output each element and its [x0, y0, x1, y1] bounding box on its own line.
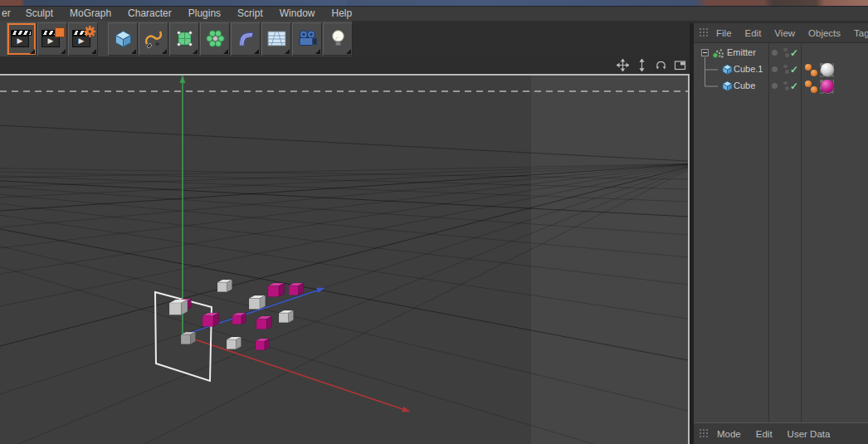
menu-sculpt[interactable]: Sculpt: [17, 7, 61, 21]
subdivision-surface-button[interactable]: [169, 22, 199, 56]
object-label[interactable]: Emitter: [727, 47, 756, 57]
viewport[interactable]: [0, 74, 690, 444]
edit-render-settings-button[interactable]: ▶: [68, 22, 98, 56]
phong-tag[interactable]: [811, 86, 817, 93]
light-button[interactable]: [323, 22, 353, 56]
light-icon: [328, 28, 349, 49]
am-menu-user-data[interactable]: User Data: [780, 423, 838, 444]
attribute-manager-bar: Mode Edit User Data: [694, 422, 868, 444]
enable-checkmark[interactable]: ✓: [790, 48, 798, 58]
menu-window[interactable]: Window: [271, 7, 324, 21]
floor-button[interactable]: [261, 22, 291, 56]
om-menu-edit[interactable]: Edit: [739, 23, 768, 43]
panel-grip-handle[interactable]: [699, 428, 710, 439]
render-view-icon: ▶: [11, 30, 32, 48]
phong-tag[interactable]: [805, 64, 812, 71]
om-menu-view[interactable]: View: [768, 23, 802, 43]
spline-pen-icon: [144, 28, 164, 49]
enable-checkmark[interactable]: ✓: [790, 81, 798, 91]
spline-pen-button[interactable]: [139, 22, 168, 56]
om-menu-file[interactable]: File: [710, 23, 739, 43]
floor-icon: [266, 28, 287, 49]
viewport-dolly-icon[interactable]: [634, 59, 649, 72]
render-visibility-dot-bottom[interactable]: [785, 86, 789, 90]
object-label[interactable]: Cube.1: [734, 64, 763, 74]
object-list[interactable]: Emitter ✓ Cube.1 ✓: [694, 43, 868, 422]
menu-help[interactable]: Help: [323, 7, 360, 21]
material-tag-magenta[interactable]: [820, 80, 834, 94]
column-divider: [768, 43, 769, 422]
viewport-orbit-icon[interactable]: [653, 59, 668, 72]
viewport-canvas[interactable]: [0, 76, 688, 444]
object-manager-menubar: File Edit View Objects Tags: [694, 23, 868, 43]
cinema4d-window: er Sculpt MoGraph Character Plugins Scri…: [0, 0, 868, 444]
render-to-picture-viewer-button[interactable]: ▶: [37, 22, 67, 56]
render-visibility-dot-bottom[interactable]: [785, 70, 789, 74]
render-tools-group: ▶ ▶ ▶: [7, 22, 99, 56]
collapse-toggle[interactable]: [701, 49, 709, 56]
om-menu-objects[interactable]: Objects: [802, 23, 847, 43]
am-menu-mode[interactable]: Mode: [710, 423, 749, 444]
array-button[interactable]: [200, 22, 230, 56]
camera-button[interactable]: [292, 22, 322, 56]
render-visibility-dot-bottom[interactable]: [785, 53, 789, 57]
phong-tag[interactable]: [811, 70, 817, 76]
viewport-titlebar: [0, 56, 690, 74]
menu-script[interactable]: Script: [229, 7, 271, 21]
viewport-toggle-layout-icon[interactable]: [672, 59, 687, 72]
emitter-icon: [712, 46, 724, 59]
editor-visibility-dot[interactable]: [772, 50, 778, 56]
main-menubar: er Sculpt MoGraph Character Plugins Scri…: [0, 7, 868, 21]
toolbar: ▶ ▶ ▶: [0, 21, 352, 56]
bend-deformer-button[interactable]: [231, 22, 261, 56]
object-row-cube1[interactable]: Cube.1 ✓: [694, 61, 868, 78]
render-settings-icon: ▶: [72, 30, 94, 48]
render-view-button[interactable]: ▶: [7, 22, 37, 56]
material-tag-white[interactable]: [820, 63, 834, 77]
render-visibility-dot-top[interactable]: [783, 65, 788, 69]
editor-visibility-dot[interactable]: [772, 83, 778, 89]
array-icon: [205, 28, 226, 49]
am-menu-edit[interactable]: Edit: [749, 423, 780, 444]
bend-deformer-icon: [236, 28, 256, 49]
column-divider: [801, 43, 802, 422]
phong-tag[interactable]: [805, 81, 812, 87]
window-edge-strip: [0, 0, 868, 7]
object-tools-group: [108, 22, 354, 56]
object-row-emitter[interactable]: Emitter ✓: [694, 45, 868, 61]
menu-mograph[interactable]: MoGraph: [61, 7, 119, 21]
menu-plugins[interactable]: Plugins: [180, 7, 229, 21]
camera-icon: [297, 28, 318, 49]
panel-grip-handle[interactable]: [699, 27, 710, 38]
cube-icon: [721, 80, 734, 92]
render-visibility-dot-top[interactable]: [783, 81, 788, 85]
render-visibility-dot-top[interactable]: [783, 48, 788, 52]
enable-checkmark[interactable]: ✓: [790, 65, 798, 75]
cube-primitive-icon: [113, 28, 134, 49]
menu-render-truncated[interactable]: er: [2, 7, 17, 21]
object-row-cube[interactable]: Cube ✓: [694, 78, 868, 95]
viewport-pan-icon[interactable]: [615, 59, 630, 72]
subdivision-surface-icon: [174, 28, 195, 49]
object-manager: File Edit View Objects Tags Emitt: [694, 23, 868, 444]
om-menu-tags[interactable]: Tags: [847, 23, 868, 43]
add-cube-button[interactable]: [108, 22, 138, 56]
menu-character[interactable]: Character: [119, 7, 180, 21]
render-picture-viewer-icon: ▶: [41, 30, 63, 48]
cube-icon: [721, 63, 734, 76]
editor-visibility-dot[interactable]: [772, 66, 778, 72]
object-label[interactable]: Cube: [734, 81, 755, 90]
